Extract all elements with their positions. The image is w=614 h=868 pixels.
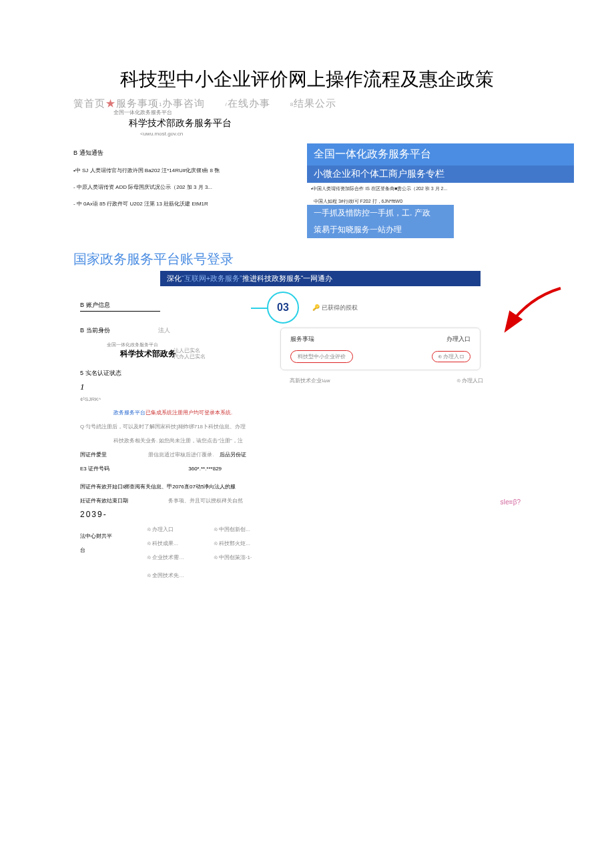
- grid-r2c3[interactable]: ⊙ 科技部火炬...: [214, 540, 294, 547]
- banner-policy-a: 一手抓及惜防控一手抓，工. 产政: [307, 205, 454, 222]
- panel-col-entry: 办理入口: [446, 335, 471, 344]
- blue-strip-banner: 深化“互联网+政务服务”推进科技政努服务“一网通办: [160, 271, 481, 286]
- grid-r2c1: 法中心财共平: [80, 532, 147, 540]
- platform-title: 科学技术部政务服务平台: [80, 117, 280, 129]
- bluestrip-post: 推进科技政努服务“一网通办: [242, 274, 333, 282]
- grid-r4c2[interactable]: ⊙ 全国技术先…: [147, 572, 214, 579]
- page-title: 科技型中小企业评价网上操作流程及惠企政策: [40, 67, 574, 92]
- cert-state-label: 5 实名认证状态: [80, 369, 254, 378]
- banner-sme[interactable]: 小微企业和个体工商户服务专栏: [307, 165, 574, 183]
- platform-url: <uwu.most.gov.cn: [140, 131, 574, 137]
- step-badge-03: 03: [267, 292, 299, 324]
- biz-note: 科技政务相关业务. 如您尚未注册，请您点击“注册”，注: [113, 437, 254, 444]
- nav-results[interactable]: 结果公示: [294, 97, 336, 109]
- grid-r1c3[interactable]: ⊙ 中国创新创...: [214, 526, 294, 533]
- hightech-item[interactable]: 高新技术企业¼w: [290, 377, 330, 384]
- banner-note-1: •中国人类谓传资加际合作 IS 在区登备商■贵公示（202 班 3 月 2...: [311, 185, 574, 192]
- step-one: 1: [80, 382, 254, 392]
- auth-obtained-label: 已获得的授权: [312, 304, 358, 312]
- grid-r2c2[interactable]: ⊙ 科技成果...: [147, 540, 214, 547]
- nav-online[interactable]: 在线办事: [228, 97, 270, 109]
- banner-mid-note: 中国人如程 3#行政I可 F202 打，6JN*fttW0: [314, 198, 574, 205]
- q-prefix: Q 匀: [80, 424, 91, 430]
- grid-r3c3[interactable]: ⊙ 中国创策澎·1·: [214, 554, 294, 561]
- grid-r3c1: 台: [80, 546, 147, 554]
- cert-type-value: 后品另份证: [220, 452, 246, 458]
- cert-end-note: 务事项、并且可以授权稗关自然: [168, 498, 243, 504]
- notice-item-1[interactable]: •中 SJ 人类谓传官与行政许国 Ba202 汪*14RU#化庆偃!曲 8 匏: [73, 167, 307, 174]
- reg-note: 号鸪注册后，可以及时了解国家科技]糊炸绑718卜科技信息、办理: [91, 424, 246, 430]
- star-icon: ★: [105, 97, 116, 109]
- pink-watermark: sIe≡β?: [501, 498, 521, 506]
- hightech-entry-button[interactable]: ⊙ 办理人口: [456, 377, 483, 384]
- identity-value: 法人: [158, 327, 170, 334]
- integ-prefix: 政务服务平台: [113, 410, 145, 416]
- banner-policy-b: 策易于知晓服务一站办理: [307, 222, 454, 238]
- nav-consult[interactable]: 办事咨询: [162, 97, 205, 109]
- bottom-link-grid: 法中心财共平 台 ⊙ 办理入口 ⊙ 科技成果... ⊙ 企业技术需… ⊙ 全国技…: [80, 526, 574, 579]
- integ-note: 已集成系统注册用户均可登录本系统.: [145, 410, 232, 416]
- grid-r1c2[interactable]: ⊙ 办理入口: [147, 526, 214, 533]
- nav-services[interactable]: 服务事项: [116, 97, 159, 109]
- sjrk-code: ¢¹SJRK^: [80, 396, 254, 402]
- bluestrip-pre: 深化: [167, 274, 182, 282]
- panel-col-service: 服务事瑞: [290, 335, 314, 344]
- nav-home[interactable]: 首页: [84, 97, 105, 109]
- agent-realname: 代办人已实名: [174, 353, 206, 360]
- cert-num-label: E3 证件号码: [80, 465, 147, 472]
- current-identity-label: B 当前身份: [80, 327, 110, 334]
- notice-heading: B 通知通告: [73, 149, 307, 157]
- red-arrow-icon: [487, 285, 567, 338]
- cert-end-year: 2039-: [80, 510, 254, 519]
- grid-r3c2[interactable]: ⊙ 企业技术需…: [147, 554, 214, 561]
- cert-type-note: 册信息通过审核后进仃覆录.: [148, 452, 214, 458]
- account-info-label: B 账户信息: [80, 301, 160, 312]
- notice-item-2[interactable]: - 中原人类谓传资 ADD 际母国庆试况公示（202 加 3 月 3...: [73, 183, 307, 191]
- sme-evaluation-item[interactable]: 料技型中小企业评价: [290, 350, 353, 363]
- bluestrip-quote: “互联网+政务服务”: [182, 274, 242, 282]
- nav-prefix: 簧: [73, 97, 84, 109]
- service-panel: 服务事瑞 办理入口 料技型中小企业评价 ⊕ 办理入ロ: [280, 328, 481, 370]
- sme-entry-button[interactable]: ⊕ 办理入ロ: [432, 351, 471, 362]
- cert-type-label: 国证件爱里: [80, 451, 147, 458]
- notice-item-3[interactable]: - 中 0Ax语 85 行政件可 U202 汪第 13 壯筋化沃建 EtM1R: [73, 200, 307, 207]
- cert-num-value: 360*.**.***829: [188, 466, 222, 472]
- cert-end-label: 妊证件有效结束日期: [80, 497, 147, 504]
- banner-platform: 全国一体化政务服务平台: [307, 143, 574, 165]
- login-section-title: 国家政务服务平台账号登录: [73, 250, 574, 268]
- cert-start-label: 国证件有效开始日I梆查阅有关信息、甲2076直07动5净向法人的服: [80, 484, 236, 490]
